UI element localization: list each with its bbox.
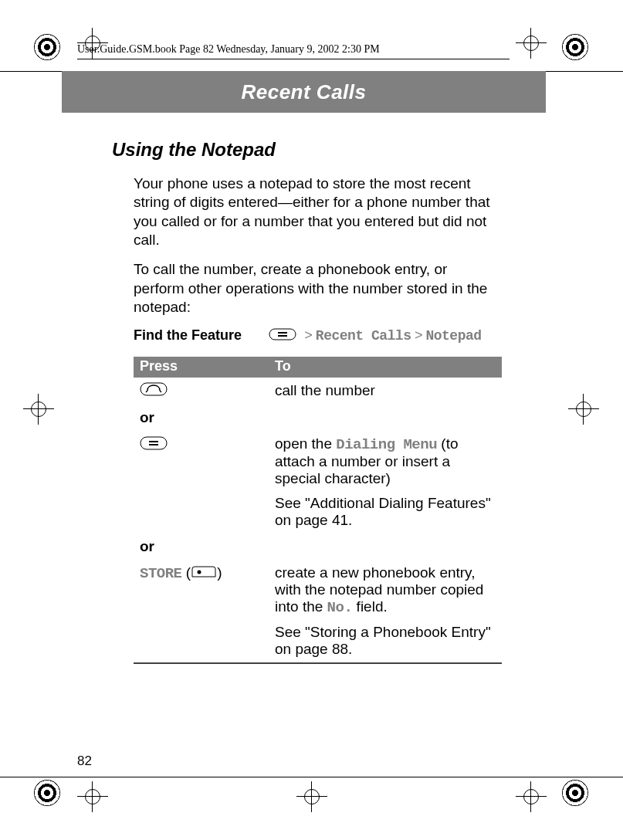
svg-rect-5 [149, 441, 158, 442]
svg-rect-6 [149, 444, 158, 445]
table-cell-action: call the number [269, 378, 502, 405]
find-the-feature-label: Find the Feature [134, 327, 269, 344]
table-row: STORE ( ) create a new phonebook entry, … [134, 560, 502, 663]
or-label: or [134, 405, 269, 431]
svg-rect-0 [269, 329, 296, 340]
table-row: or [134, 405, 502, 431]
see-reference: See "Storing a Phonebook Entry" on page … [275, 624, 491, 657]
table-cell-action: create a new phonebook entry, with the n… [269, 560, 502, 663]
cropmark-bot-b [296, 781, 327, 812]
chapter-title-bar: Recent Calls [62, 71, 546, 113]
chapter-title: Recent Calls [241, 80, 366, 104]
cropmark-top-b [516, 28, 547, 59]
cropmark-bot-a [77, 781, 108, 812]
corner-target-bot-right [562, 780, 588, 806]
body-paragraph: Your phone uses a notepad to store the m… [134, 174, 502, 249]
menu-key-icon [269, 328, 296, 344]
table-header-press: Press [134, 357, 269, 378]
cropmark-left [23, 394, 54, 425]
nav-step: Recent Calls [316, 328, 411, 344]
table-row: or [134, 533, 502, 560]
paren-close: ) [217, 564, 222, 581]
svg-rect-1 [278, 332, 287, 334]
menu-key-icon [140, 436, 168, 454]
runhead-underline [77, 59, 510, 59]
running-header: User.Guide.GSM.book Page 82 Wednesday, J… [77, 43, 380, 56]
send-key-icon [140, 382, 168, 400]
table-row: call the number [134, 378, 502, 405]
corner-target-bot-left [34, 780, 60, 806]
body-paragraph: To call the number, create a phonebook e… [134, 260, 502, 317]
table-row: open the Dialing Menu (to attach a numbe… [134, 431, 502, 533]
page-content: Using the Notepad Your phone uses a note… [112, 139, 502, 664]
menu-name: Dialing Menu [336, 436, 437, 453]
svg-point-7 [198, 571, 201, 574]
svg-rect-2 [278, 335, 287, 337]
corner-target-top-left [34, 34, 60, 60]
table-cell-action: open the Dialing Menu (to attach a numbe… [269, 431, 502, 533]
table-header-to: To [269, 357, 502, 378]
navigation-path: > Recent Calls > Notepad [269, 327, 482, 344]
cropmark-right [568, 394, 599, 425]
section-heading: Using the Notepad [112, 139, 502, 161]
page-number: 82 [77, 754, 92, 769]
cropmark-bot-c [516, 781, 547, 812]
see-reference: See "Additional Dialing Features" on pag… [275, 495, 491, 528]
softkey-icon [191, 565, 217, 582]
softkey-store: STORE [140, 565, 182, 582]
svg-rect-4 [141, 437, 167, 449]
corner-target-top-right [562, 34, 588, 60]
or-label: or [134, 533, 269, 560]
instructions-table: Press To call the number or [134, 357, 502, 664]
nav-step: Notepad [425, 328, 481, 344]
frame-line-bottom [0, 777, 623, 777]
field-name: No. [327, 599, 353, 616]
find-the-feature-row: Find the Feature > Recent Calls > Notepa… [134, 327, 502, 344]
